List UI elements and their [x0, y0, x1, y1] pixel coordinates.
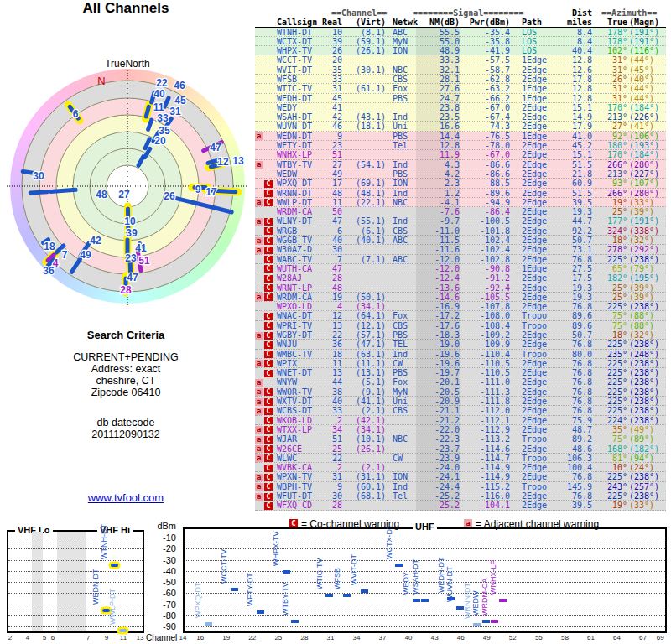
radar-channel-label: 23: [125, 252, 137, 264]
search-zip: Zipcode 06410: [0, 387, 252, 398]
radar-channel-label: 41: [135, 242, 147, 254]
channel-tick: 19: [218, 634, 235, 641]
channel-tick: 22: [244, 634, 261, 641]
dbm-tick: -30: [151, 555, 176, 565]
table-row: aCWXTV-DT40(41.1)Uni-20.9-111.82Edge76.8…: [255, 397, 666, 406]
search-criteria-heading: Search Criteria: [0, 329, 252, 341]
channel-tick: 2: [2, 634, 18, 641]
table-row: aCWPRI-TV13(12.1)CBS-17.6-108.4Tropo89.6…: [255, 321, 666, 330]
channel-tick: 40: [400, 634, 417, 641]
table-row: aCWBPH-TV9(60.1)Ind-24.4-115.2Tropo145.9…: [255, 482, 666, 491]
table-row: aCWHPX-TV26(26.1)ION48.9-41.9LOS40.4102°…: [255, 46, 666, 55]
channel-tick: 16: [192, 634, 209, 641]
table-row: aCWNHX-LP5111.9-67.02Edge15.1170°(184°): [255, 150, 666, 159]
table-row: aCWSAH-DT42(43.1)Ind23.5-67.42Edge14.921…: [255, 112, 666, 122]
channel-tick: 25: [270, 634, 287, 641]
table-row: aCWRNT-LP48-13.6-92.42Edge19.325°(39°): [255, 283, 666, 293]
north-n-label: N: [97, 75, 105, 87]
table-row: aCWWLP-DT11(22.1)NBC-4.1-94.92Edge39.519…: [255, 198, 666, 207]
radar-channel-label: 36: [43, 265, 55, 277]
channel-tick: 55: [530, 634, 547, 641]
radar-channel-label: 39: [126, 227, 138, 239]
radar-channel-label: 47: [127, 272, 138, 283]
uhf-panel: [183, 527, 667, 633]
table-row: aCWMBC-TV18(63.1)Ind-19.6-110.4Tropo80.0…: [255, 350, 666, 359]
radar-channel-label: 27: [118, 189, 130, 200]
table-row: aCWRDM-CA50-7.6-86.42Edge19.325°(39°): [255, 207, 666, 216]
radar-channel-label: 17: [205, 186, 217, 198]
table-row: aCWCTX-DT39(59.1)MyN55.0-35.8LOS8.4178°(…: [255, 37, 666, 46]
dbm-axis-label: dBm: [151, 521, 176, 531]
channel-tick: 6: [44, 634, 61, 641]
channel-tick: 43: [426, 634, 443, 641]
radar-channel-label: 42: [90, 235, 101, 247]
radar-channel-label: 31: [169, 106, 181, 117]
tvfool-link[interactable]: www.tvfool.com: [88, 491, 164, 504]
table-row: aCWGGB-TV40(40.1)ABC-11.5-102.42Edge50.7…: [255, 236, 666, 245]
channel-tick: 9: [98, 634, 115, 641]
channel-tick: 31: [322, 634, 339, 641]
radar-channel-label: 30: [33, 170, 44, 182]
table-row: aCW26CE25(26.1)-23.7-114.62Edge48.6168°(…: [255, 444, 666, 454]
dbm-tick: -80: [151, 610, 176, 621]
channel-tick: 49: [478, 634, 495, 641]
dbm-tick: -60: [151, 588, 176, 598]
radar-plot: TrueNorthN224640451131333520630482726917…: [0, 0, 252, 327]
radar-channel-label: 9: [195, 184, 201, 195]
table-row: aCWTXX-LP34(34.1)-22.0-112.92Edge48.735°…: [255, 425, 666, 434]
db-datecode-value: 201112090132: [0, 428, 252, 440]
table-row: aCWKOB-LD2(42.1)-21.2-112.12Edge75.9224°…: [255, 416, 666, 425]
station-table: ==Channel==========Signal========Dist==A…: [255, 8, 666, 511]
table-row: aCWTIC-TV31(61.1)Fox27.6-63.21Edge12.831…: [255, 84, 666, 93]
table-row: aCWTNH-DT10(8.1)ABC55.5-35.4LOS8.4178°(1…: [255, 28, 666, 37]
table-row: aCWPXO-LD4(34.1)-16.9-107.82Edge76.8225°…: [255, 302, 666, 311]
vhf-lo-label: VHF Lo: [15, 525, 53, 535]
table-row: aCWWOR-TV38(9.1)MyN-20.5-111.32Edge76.82…: [255, 387, 666, 397]
table-row: aCWCCT-TV2033.3-57.51Edge12.831°(44°): [255, 55, 666, 65]
dbm-tick: -90: [151, 621, 176, 631]
dbm-tick: -20: [151, 543, 176, 553]
channel-tick: 4: [19, 634, 36, 641]
channel-axis-label: Channel: [146, 633, 177, 642]
truenorth-label: TrueNorth: [105, 58, 150, 70]
table-row: aCWNYW44(5.1)Fox-20.1-111.02Edge76.8225°…: [255, 377, 666, 387]
table-row: aCWGBY-DT22(57.1)PBS-18.3-109.22Edge50.7…: [255, 330, 666, 340]
radar-channel-label: 40: [153, 88, 165, 100]
channel-tick: 52: [504, 634, 521, 641]
radar-channel-label: 47: [210, 142, 221, 153]
table-row: aCWPXQ-DT17(69.1)ION2.3-88.52Edge60.993°…: [255, 179, 666, 188]
search-city: cheshire, CT: [0, 375, 252, 387]
table-header-row: CallsignReal(Virt)NetwkNM(dB)Pwr(dBm)Pat…: [255, 18, 666, 28]
table-row: aCWFTY-DT23Tel12.8-78.02Edge45.2180°(193…: [255, 141, 666, 150]
dbm-tick: -40: [151, 566, 176, 576]
radar-channel-label: 12: [217, 156, 229, 168]
table-row: aCW30AZ-D30-11.6-102.42Edge73.1278°(292°…: [255, 245, 666, 254]
table-row: aCWVBK-CA2(2.1)-24.0-114.92Edge100.410°(…: [255, 463, 666, 472]
tvfool-report: All Channels TrueNorthN22464045113133352…: [0, 0, 671, 644]
channel-tick: 11: [115, 634, 132, 641]
table-row: aCWEDH-DT45PBS24.7-66.21Edge12.831°(44°): [255, 94, 666, 103]
radar-channel-label: 46: [174, 80, 185, 91]
channel-tick: 61: [582, 634, 599, 641]
table-row: aCWFXQ-CD28-25.2-104.12Edge39.519°(33°): [255, 501, 666, 510]
radar-channel-label: 20: [154, 135, 166, 147]
channel-tick: 7: [80, 634, 96, 641]
table-row: aCWEDW49PBS4.2-86.62Edge21.8213°(227°): [255, 169, 666, 179]
dbm-tick: -10: [151, 532, 176, 543]
search-criteria: Search Criteria CURRENT+PENDING Address:…: [0, 329, 252, 440]
table-row: aCWUTH-CA47-12.0-90.81Edge27.565°(79°): [255, 264, 666, 273]
table-row: aCWRGB6(6.1)CBS-11.0-101.82Edge92.2324°(…: [255, 226, 666, 236]
radar-channel-label: 11: [153, 101, 164, 113]
table-row: aCWRDM-CA19(50.1)-14.6-105.52Edge19.325°…: [255, 293, 666, 302]
radar-channel-label: 13: [232, 155, 244, 167]
table-row: aCWRNN-DT48(48.1)Ind1.2-89.62Edge51.5266…: [255, 189, 666, 198]
radar-channel-label: 45: [174, 95, 186, 106]
table-row: aCWVIT-DT35(30.1)NBC32.1-58.72Edge12.631…: [255, 65, 666, 75]
channel-tick: 58: [556, 634, 573, 641]
table-row: aCWNJU36(47.1)TEL-19.0-109.92Edge76.8225…: [255, 340, 666, 349]
radar-channel-label: 7: [62, 249, 68, 261]
table-row: aCWCBS-DT33(2.1)CBS-21.1-112.02Edge76.82…: [255, 406, 666, 415]
table-row: aCWNAC-DT12(64.1)Fox-17.2-108.0Tropo89.6…: [255, 311, 666, 320]
table-row: aCWPXN-TV31(31.1)ION-24.1-114.92Edge76.8…: [255, 472, 666, 481]
site-link-wrap: www.tvfool.com: [0, 491, 252, 504]
